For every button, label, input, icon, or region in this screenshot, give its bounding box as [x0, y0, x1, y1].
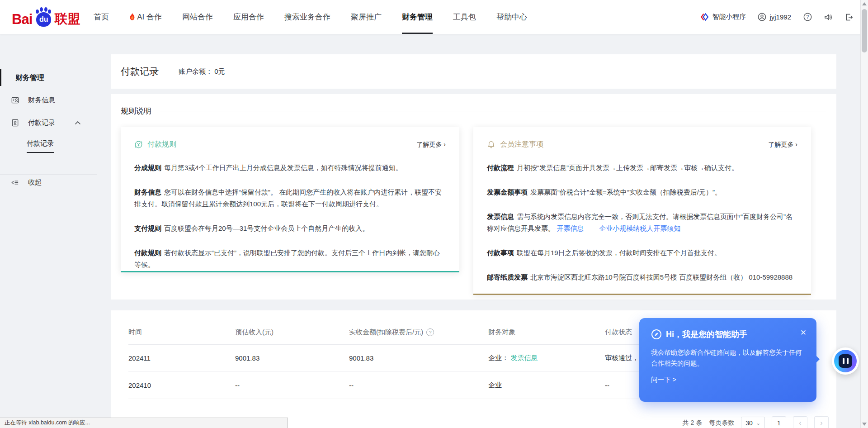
balance-value: 0元 [214, 67, 225, 75]
page-size-select[interactable]: 30 ⌄ [741, 417, 765, 428]
robot-face-icon [839, 354, 852, 368]
sidebar-section-finance-management[interactable]: 财务管理 [0, 73, 44, 83]
sidebar-item-payment-records[interactable]: 付款记录 [0, 119, 111, 127]
logout-icon [844, 13, 854, 22]
next-page-button[interactable]: › [814, 416, 829, 428]
assistant-robot-button[interactable] [832, 347, 859, 375]
small-taxpayer-guide-link[interactable]: 企业小规模纳税人开票须知 [599, 224, 680, 232]
coin-yuan-icon [134, 140, 143, 149]
sidebar-item-finance-info[interactable]: 财务信息 [0, 96, 111, 105]
sidebar-subitem-payment-records-active[interactable]: 付款记录 [27, 139, 54, 153]
svg-text:?: ? [806, 14, 809, 19]
card-title-member-notes: 会员注意事项 [500, 140, 543, 149]
collapse-label: 收起 [28, 178, 42, 187]
robot-ring [834, 350, 857, 372]
logout-button[interactable] [844, 13, 854, 22]
page-header-panel: 付款记录 账户余额： 0元 [111, 54, 836, 89]
rules-panel: 规则说明 付款规则 了解更多 › 分成规则每月第3或4个工作日产出上月分成信息及… [111, 94, 836, 300]
card-title-payment-rules: 付款规则 [147, 140, 176, 149]
balance-label: 账户余额： [179, 67, 212, 75]
page-size-label: 每页条数 [709, 419, 734, 427]
nav-item-home[interactable]: 首页 [94, 0, 109, 34]
invoice-info-link[interactable]: 开票信息 [557, 224, 584, 232]
rule-paragraph: 发票金额事项发票票面“价税合计”金额=系统中“实收金额（扣除税费后/元）”。 [487, 186, 797, 198]
browser-status-bar: 正在等待 xlab.baidu.com 的响应... [0, 418, 288, 428]
invoice-detail-link[interactable]: 发票信息 [510, 354, 538, 361]
rule-paragraph: 发票信息需与系统内发票信息内容完全一致，否则无法支付。请根据发票信息页面中“百度… [487, 211, 797, 234]
cell-finance-target: 企业 [488, 381, 605, 390]
member-notes-card: 会员注意事项 了解更多 › 付款流程月初按“发票信息”页面开具发票→上传发票→邮… [473, 127, 811, 295]
col-header-estimated-income: 预估收入(元) [235, 328, 349, 337]
cell-time: 202410 [128, 381, 235, 389]
cell-finance-target: 企业： 发票信息 [488, 354, 605, 362]
flame-icon [129, 13, 135, 21]
question-icon: ? [803, 13, 812, 21]
nav-item-toolkit[interactable]: 工具包 [453, 0, 476, 34]
cell-estimated: -- [235, 381, 349, 389]
speaker-icon [824, 13, 833, 22]
nav-right-cluster: 智能小程序 jyj1992 ? [700, 13, 854, 22]
help-button[interactable]: ? [803, 13, 812, 22]
mini-program-icon [700, 13, 709, 21]
cell-time: 202411 [128, 354, 235, 362]
baidu-paw-icon: du [33, 7, 54, 28]
nav-item-app-coop[interactable]: 应用合作 [233, 0, 264, 34]
bell-icon [487, 140, 495, 149]
compass-icon [651, 329, 662, 340]
assistant-ask-link[interactable]: 问一下 > [651, 376, 805, 384]
nav-menu: 首页 AI 合作 网站合作 应用合作 搜索业务合作 聚屏推广 财务管理 工具包 … [94, 0, 527, 34]
baidu-union-logo[interactable]: Bai du 联盟 [12, 7, 80, 28]
cell-actual: -- [349, 381, 488, 389]
sidebar-collapse-button[interactable]: 收起 [0, 178, 42, 187]
mini-program-entry[interactable]: 智能小程序 [700, 13, 746, 21]
nav-item-help-center[interactable]: 帮助中心 [496, 0, 527, 34]
rules-section-title: 规则说明 [121, 106, 151, 116]
prev-page-button[interactable]: ‹ [793, 416, 807, 428]
scroll-down-arrow-icon[interactable] [862, 423, 867, 426]
smart-assistant-popup: Hi，我是您的智能助手 ✕ 我会帮助您诊断合作链路问题，以及解答您关于任何合作相… [639, 318, 816, 402]
nav-item-website-coop[interactable]: 网站合作 [182, 0, 213, 34]
nav-item-finance[interactable]: 财务管理 [402, 0, 433, 34]
sidebar-item-label: 财务信息 [28, 96, 55, 105]
nav-item-ai-coop[interactable]: AI 合作 [129, 0, 162, 34]
logo-text-du: du [36, 12, 51, 27]
logo-text-union: 联盟 [55, 10, 80, 28]
page-title: 付款记录 [121, 65, 159, 78]
chevron-right-icon: › [443, 141, 446, 148]
nav-item-search-coop[interactable]: 搜索业务合作 [284, 0, 330, 34]
rule-paragraph: 分成规则每月第3或4个工作日产出上月分成信息及发票信息，如有特殊情况将提前通知。 [134, 162, 446, 174]
page-number-1[interactable]: 1 [772, 416, 786, 428]
user-account[interactable]: jyj1992 [758, 13, 791, 21]
nav-item-juping[interactable]: 聚屏推广 [351, 0, 382, 34]
announcement-button[interactable] [824, 13, 833, 22]
sidebar-item-label: 付款记录 [28, 119, 55, 127]
col-header-time: 时间 [128, 328, 235, 337]
user-icon [758, 13, 766, 21]
browser-scrollbar[interactable] [860, 0, 868, 428]
col-header-actual-amount: 实收金额(扣除税费后/元) ? [349, 328, 488, 337]
rules-section-header: 规则说明 [121, 106, 826, 116]
learn-more-link-member-notes[interactable]: 了解更多 › [768, 141, 797, 149]
rule-paragraph: 支付规则百度联盟会在每月20号—31号支付企业会员上个自然月产生的收入。 [134, 223, 446, 234]
cell-actual: 9001.83 [349, 354, 488, 362]
payment-rules-card: 付款规则 了解更多 › 分成规则每月第3或4个工作日产出上月分成信息及发票信息，… [121, 127, 459, 272]
assistant-title: Hi，我是您的智能助手 [666, 329, 747, 340]
scroll-up-arrow-icon[interactable] [862, 2, 867, 5]
pagination: 共 2 条 每页条数 30 ⌄ 1 ‹ › [683, 416, 829, 428]
assistant-message: 我会帮助您诊断合作链路问题，以及解答您关于任何合作相关的问题。 [651, 347, 805, 369]
help-icon[interactable]: ? [426, 328, 434, 336]
collapse-icon [11, 178, 19, 187]
col-header-finance-target: 财务对象 [488, 328, 605, 337]
top-navigation: Bai du 联盟 首页 AI 合作 网站合作 应用合作 搜索业务合作 聚屏推广… [0, 0, 868, 34]
rules-header-divider [160, 111, 826, 111]
finance-info-icon [11, 96, 19, 105]
rule-paragraph: 付款流程月初按“发票信息”页面开具发票→上传发票→邮寄发票→审核→确认支付。 [487, 162, 797, 174]
scrollbar-thumb[interactable] [862, 9, 867, 52]
chevron-up-icon[interactable] [75, 121, 81, 125]
close-icon[interactable]: ✕ [800, 328, 807, 338]
cell-estimated: 9001.83 [235, 354, 349, 362]
rule-paragraph: 付款规则若付款状态显示“已支付”，说明联盟已安排了您的付款。支付后三个工作日内到… [134, 247, 446, 271]
chevron-down-icon: ⌄ [756, 420, 760, 426]
logo-text-bai: Bai [12, 11, 32, 28]
learn-more-link-payment-rules[interactable]: 了解更多 › [416, 141, 446, 149]
